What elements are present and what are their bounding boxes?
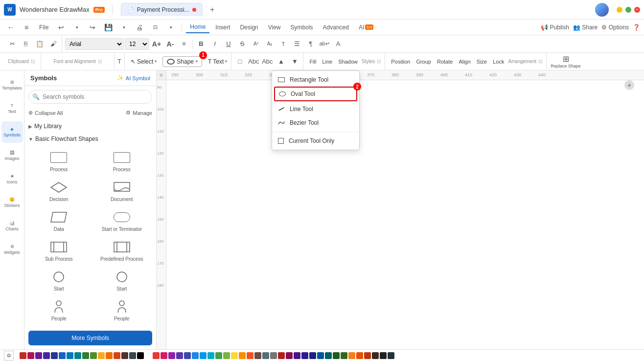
color-swatch[interactable]	[286, 352, 293, 359]
size-btn[interactable]: Size	[475, 58, 489, 66]
select-button[interactable]: ↖ Select ▾	[127, 57, 161, 67]
lock-btn[interactable]: Lock	[491, 58, 506, 66]
list-item[interactable]: Decision	[28, 177, 90, 205]
font-size-select[interactable]: 12	[125, 38, 149, 50]
sidebar-templates[interactable]: ⊞ Templates	[1, 74, 23, 96]
underline-btn[interactable]: U	[222, 38, 235, 50]
collapse-all-button[interactable]: ⊛ Collapse All	[28, 110, 63, 116]
sidebar-widgets[interactable]: ⚙ Widgets	[1, 239, 23, 260]
color-swatch[interactable]	[129, 352, 136, 359]
color-swatch[interactable]	[168, 352, 175, 359]
close-button[interactable]: ×	[634, 7, 640, 13]
list-item[interactable]: Document	[92, 177, 153, 205]
current-tool-only-item[interactable]: Current Tool Only	[272, 134, 359, 148]
save-arrow[interactable]: ▾	[117, 21, 131, 34]
color-swatch[interactable]	[223, 352, 230, 359]
canvas-area[interactable]: ⊞ 290 300 310 320 330 340 350 360 370 38…	[157, 70, 644, 349]
color-swatch[interactable]	[317, 352, 324, 359]
menu-advanced[interactable]: Advanced	[319, 22, 353, 33]
color-swatch[interactable]	[372, 352, 379, 359]
bezier-tool-item[interactable]: Bezier Tool	[272, 116, 359, 130]
user-avatar[interactable]	[595, 3, 609, 17]
color-swatch[interactable]	[356, 352, 363, 359]
new-tab-button[interactable]: +	[207, 4, 218, 16]
sidebar-symbols[interactable]: ◈ Symbols	[1, 121, 23, 143]
align-btn[interactable]: ≡	[178, 38, 190, 50]
para-btn[interactable]: ¶	[304, 38, 317, 50]
shadow-btn[interactable]: Shadow	[336, 58, 360, 66]
color-swatch[interactable]	[388, 352, 394, 359]
strikethrough-btn[interactable]: S	[236, 38, 249, 50]
fill-btn[interactable]: Fill	[307, 58, 318, 66]
color-picker-button[interactable]: ⊙	[4, 351, 14, 361]
list-item[interactable]: Start	[92, 267, 153, 294]
font-color-btn[interactable]: A	[332, 38, 345, 50]
menu-home[interactable]: Home	[186, 22, 209, 33]
redo-button[interactable]: ↪	[86, 21, 99, 34]
list-item[interactable]: Data	[28, 207, 90, 235]
rectangle-tool-item[interactable]: Rectangle Tool	[272, 73, 359, 87]
color-swatch[interactable]	[35, 352, 42, 359]
sidebar-charts[interactable]: 📊 Charts	[1, 215, 23, 237]
color-swatch[interactable]	[176, 352, 183, 359]
oval-tool-item[interactable]: Oval Tool 2	[274, 87, 357, 101]
color-swatch[interactable]	[43, 352, 50, 359]
color-swatch[interactable]	[294, 352, 300, 359]
basic-flowchart-header[interactable]: ▼ Basic Flowchart Shapes	[26, 133, 154, 145]
extra-tool2[interactable]: Abc	[247, 55, 260, 68]
file-menu[interactable]: File	[35, 22, 52, 33]
color-swatch[interactable]	[262, 352, 269, 359]
decrease-font-btn[interactable]: A-	[164, 38, 177, 50]
superscript-btn[interactable]: A²	[250, 38, 262, 50]
export-arrow[interactable]: ▾	[164, 21, 178, 34]
list-item[interactable]: People	[28, 296, 90, 324]
position-btn[interactable]: Position	[389, 58, 412, 66]
list-item[interactable]: Yes or No	[28, 326, 90, 327]
list-item[interactable]: Start or Terminator	[92, 207, 153, 235]
document-tab[interactable]: 📄 Payment Processi...	[121, 3, 203, 16]
color-swatch[interactable]	[106, 352, 113, 359]
list-btn[interactable]: ☰	[291, 38, 303, 50]
list-item[interactable]: Process	[92, 147, 153, 175]
text-button[interactable]: T Text ▾	[204, 57, 231, 67]
color-swatch[interactable]	[145, 352, 152, 359]
color-swatch[interactable]	[200, 352, 207, 359]
text-style-btn[interactable]: T	[277, 38, 290, 50]
color-swatch[interactable]	[231, 352, 238, 359]
color-swatch[interactable]	[114, 352, 120, 359]
extra-tool3[interactable]: Abc	[261, 55, 274, 68]
menu-ai[interactable]: AI hot	[355, 22, 377, 33]
increase-font-btn[interactable]: A+	[150, 38, 163, 50]
color-swatch[interactable]	[90, 352, 97, 359]
shape-dropdown-button[interactable]: Shape ▾	[162, 56, 202, 67]
color-swatch[interactable]	[192, 352, 199, 359]
share-button[interactable]: 👥 Share	[573, 24, 598, 31]
color-swatch[interactable]	[348, 352, 355, 359]
color-swatch[interactable]	[278, 352, 285, 359]
print-button[interactable]: 🖨	[133, 21, 146, 34]
my-library-header[interactable]: ▶ My Library	[26, 120, 154, 133]
list-item[interactable]: Sub Process	[28, 237, 90, 265]
cut-button[interactable]: ✂	[6, 38, 19, 50]
list-item[interactable]: People	[92, 296, 153, 324]
rotate-btn[interactable]: Rotate	[435, 58, 455, 66]
color-swatch[interactable]	[27, 352, 34, 359]
search-input[interactable]	[28, 90, 152, 104]
color-swatch[interactable]	[74, 352, 81, 359]
font-expand[interactable]: ⊡	[98, 59, 102, 64]
line-btn[interactable]: Line	[320, 58, 334, 66]
paste-button[interactable]: 📋	[33, 38, 46, 50]
color-swatch[interactable]	[254, 352, 261, 359]
group-btn[interactable]: Group	[414, 58, 433, 66]
align-btn2[interactable]: Align	[457, 58, 472, 66]
color-swatch[interactable]	[98, 352, 105, 359]
more-symbols-button[interactable]: More Symbols	[28, 331, 152, 345]
undo-arrow[interactable]: ▾	[70, 21, 84, 34]
list-item[interactable]: Database	[92, 326, 153, 327]
scroll-up[interactable]: ▲	[275, 55, 287, 68]
format-painter-button[interactable]: 🖌	[47, 38, 60, 50]
sidebar-stickers[interactable]: 🙂 Stickers	[1, 192, 23, 213]
back-button[interactable]: ←	[4, 21, 18, 34]
menu-symbols[interactable]: Symbols	[287, 22, 317, 33]
color-swatch[interactable]	[184, 352, 191, 359]
